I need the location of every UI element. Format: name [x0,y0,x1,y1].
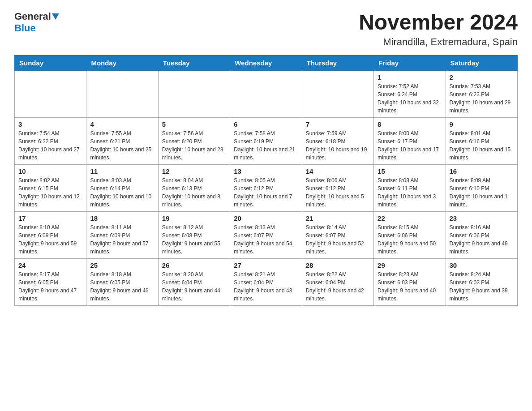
calendar-cell: 26Sunrise: 8:20 AMSunset: 6:04 PMDayligh… [158,258,230,305]
calendar-week-row: 10Sunrise: 8:02 AMSunset: 6:15 PMDayligh… [15,164,518,211]
day-number: 9 [450,120,514,128]
calendar-week-row: 24Sunrise: 8:17 AMSunset: 6:05 PMDayligh… [15,258,518,305]
calendar-cell: 5Sunrise: 7:56 AMSunset: 6:20 PMDaylight… [158,117,230,164]
calendar-cell: 6Sunrise: 7:58 AMSunset: 6:19 PMDaylight… [230,117,302,164]
logo: General Blue [14,11,59,34]
calendar-cell: 12Sunrise: 8:04 AMSunset: 6:13 PMDayligh… [158,164,230,211]
calendar-cell: 18Sunrise: 8:11 AMSunset: 6:09 PMDayligh… [86,211,158,258]
day-info: Sunrise: 7:52 AMSunset: 6:24 PMDaylight:… [378,82,442,115]
day-number: 17 [18,214,82,222]
day-info: Sunrise: 8:04 AMSunset: 6:13 PMDaylight:… [162,176,226,209]
day-number: 3 [18,120,82,128]
calendar-week-row: 1Sunrise: 7:52 AMSunset: 6:24 PMDaylight… [15,70,518,117]
day-info: Sunrise: 8:02 AMSunset: 6:15 PMDaylight:… [18,176,82,209]
day-number: 10 [18,167,82,175]
calendar-cell [86,70,158,117]
day-number: 16 [450,167,514,175]
calendar-cell: 8Sunrise: 8:00 AMSunset: 6:17 PMDaylight… [374,117,446,164]
calendar-header: SundayMondayTuesdayWednesdayThursdayFrid… [15,55,518,70]
location-subtitle: Mirandilla, Extremadura, Spain [359,36,518,48]
calendar-cell: 2Sunrise: 7:53 AMSunset: 6:23 PMDaylight… [446,70,517,117]
day-number: 19 [162,214,226,222]
day-number: 18 [90,214,154,222]
title-block: November 2024 Mirandilla, Extremadura, S… [359,11,518,48]
day-info: Sunrise: 8:24 AMSunset: 6:03 PMDaylight:… [450,270,514,303]
calendar-cell: 28Sunrise: 8:22 AMSunset: 6:04 PMDayligh… [302,258,373,305]
calendar-cell [15,70,86,117]
day-number: 12 [162,167,226,175]
day-info: Sunrise: 8:00 AMSunset: 6:17 PMDaylight:… [378,129,442,162]
calendar-cell: 7Sunrise: 7:59 AMSunset: 6:18 PMDaylight… [302,117,373,164]
calendar-title: November 2024 [359,11,518,34]
day-info: Sunrise: 7:56 AMSunset: 6:20 PMDaylight:… [162,129,226,162]
day-info: Sunrise: 8:01 AMSunset: 6:16 PMDaylight:… [450,129,514,162]
day-info: Sunrise: 8:12 AMSunset: 6:08 PMDaylight:… [162,223,226,256]
day-number: 13 [234,167,298,175]
calendar-cell: 25Sunrise: 8:18 AMSunset: 6:05 PMDayligh… [86,258,158,305]
day-number: 30 [450,261,514,269]
calendar-table: SundayMondayTuesdayWednesdayThursdayFrid… [14,55,518,306]
day-info: Sunrise: 8:22 AMSunset: 6:04 PMDaylight:… [306,270,370,303]
calendar-cell: 3Sunrise: 7:54 AMSunset: 6:22 PMDaylight… [15,117,86,164]
calendar-cell: 17Sunrise: 8:10 AMSunset: 6:09 PMDayligh… [15,211,86,258]
day-info: Sunrise: 8:15 AMSunset: 6:06 PMDaylight:… [378,223,442,256]
day-info: Sunrise: 8:06 AMSunset: 6:12 PMDaylight:… [306,176,370,209]
weekday-header-tuesday: Tuesday [158,55,230,70]
page-header: General Blue November 2024 Mirandilla, E… [14,11,518,48]
weekday-header-monday: Monday [86,55,158,70]
calendar-cell: 19Sunrise: 8:12 AMSunset: 6:08 PMDayligh… [158,211,230,258]
calendar-cell: 21Sunrise: 8:14 AMSunset: 6:07 PMDayligh… [302,211,373,258]
calendar-week-row: 17Sunrise: 8:10 AMSunset: 6:09 PMDayligh… [15,211,518,258]
calendar-cell: 1Sunrise: 7:52 AMSunset: 6:24 PMDaylight… [374,70,446,117]
weekday-header-wednesday: Wednesday [230,55,302,70]
calendar-cell: 15Sunrise: 8:08 AMSunset: 6:11 PMDayligh… [374,164,446,211]
calendar-cell: 20Sunrise: 8:13 AMSunset: 6:07 PMDayligh… [230,211,302,258]
calendar-cell: 4Sunrise: 7:55 AMSunset: 6:21 PMDaylight… [86,117,158,164]
calendar-cell: 16Sunrise: 8:09 AMSunset: 6:10 PMDayligh… [446,164,517,211]
day-number: 22 [378,214,442,222]
day-number: 11 [90,167,154,175]
day-info: Sunrise: 7:54 AMSunset: 6:22 PMDaylight:… [18,129,82,162]
day-info: Sunrise: 8:14 AMSunset: 6:07 PMDaylight:… [306,223,370,256]
weekday-header-friday: Friday [374,55,446,70]
day-number: 21 [306,214,370,222]
calendar-week-row: 3Sunrise: 7:54 AMSunset: 6:22 PMDaylight… [15,117,518,164]
day-number: 24 [18,261,82,269]
day-info: Sunrise: 8:05 AMSunset: 6:12 PMDaylight:… [234,176,298,209]
calendar-body: 1Sunrise: 7:52 AMSunset: 6:24 PMDaylight… [15,70,518,305]
day-number: 29 [378,261,442,269]
day-number: 14 [306,167,370,175]
day-number: 25 [90,261,154,269]
calendar-cell [158,70,230,117]
day-number: 26 [162,261,226,269]
day-info: Sunrise: 8:13 AMSunset: 6:07 PMDaylight:… [234,223,298,256]
day-number: 27 [234,261,298,269]
day-info: Sunrise: 7:59 AMSunset: 6:18 PMDaylight:… [306,129,370,162]
day-info: Sunrise: 8:03 AMSunset: 6:14 PMDaylight:… [90,176,154,209]
calendar-cell: 30Sunrise: 8:24 AMSunset: 6:03 PMDayligh… [446,258,517,305]
logo-general-text: General [14,11,51,22]
day-info: Sunrise: 8:17 AMSunset: 6:05 PMDaylight:… [18,270,82,303]
weekday-header-sunday: Sunday [15,55,86,70]
day-number: 15 [378,167,442,175]
day-number: 1 [378,73,442,81]
weekday-header-row: SundayMondayTuesdayWednesdayThursdayFrid… [15,55,518,70]
day-number: 8 [378,120,442,128]
weekday-header-thursday: Thursday [302,55,373,70]
day-number: 20 [234,214,298,222]
day-number: 6 [234,120,298,128]
day-info: Sunrise: 8:20 AMSunset: 6:04 PMDaylight:… [162,270,226,303]
day-info: Sunrise: 8:09 AMSunset: 6:10 PMDaylight:… [450,176,514,209]
day-number: 28 [306,261,370,269]
day-info: Sunrise: 7:58 AMSunset: 6:19 PMDaylight:… [234,129,298,162]
day-info: Sunrise: 7:55 AMSunset: 6:21 PMDaylight:… [90,129,154,162]
calendar-cell: 23Sunrise: 8:16 AMSunset: 6:06 PMDayligh… [446,211,517,258]
calendar-cell: 29Sunrise: 8:23 AMSunset: 6:03 PMDayligh… [374,258,446,305]
calendar-cell: 14Sunrise: 8:06 AMSunset: 6:12 PMDayligh… [302,164,373,211]
day-info: Sunrise: 8:08 AMSunset: 6:11 PMDaylight:… [378,176,442,209]
day-number: 4 [90,120,154,128]
day-info: Sunrise: 8:16 AMSunset: 6:06 PMDaylight:… [450,223,514,256]
day-info: Sunrise: 7:53 AMSunset: 6:23 PMDaylight:… [450,82,514,115]
calendar-cell: 24Sunrise: 8:17 AMSunset: 6:05 PMDayligh… [15,258,86,305]
calendar-cell: 22Sunrise: 8:15 AMSunset: 6:06 PMDayligh… [374,211,446,258]
